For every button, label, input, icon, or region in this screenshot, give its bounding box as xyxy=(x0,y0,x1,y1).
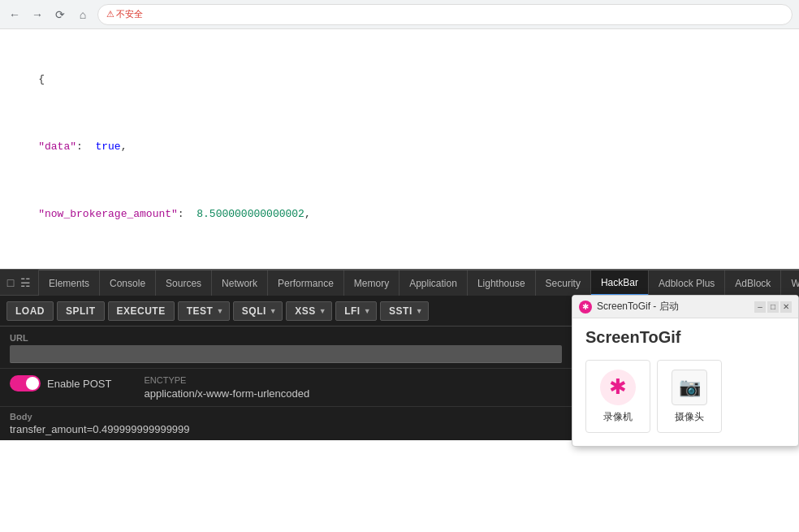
execute-button[interactable]: EXECUTE xyxy=(108,301,175,321)
devtools-side-panel: □ ☵ xyxy=(0,270,39,296)
screentogif-titlebar: ✱ ScreenToGif - 启动 – □ ✕ xyxy=(572,296,798,318)
forward-button[interactable]: → xyxy=(29,6,45,23)
tab-sources[interactable]: Sources xyxy=(156,270,212,296)
webcam-icon: 📷 xyxy=(672,370,707,405)
ssti-dropdown[interactable]: SSTI ▼ xyxy=(380,301,429,321)
test-dropdown-arrow: ▼ xyxy=(216,307,223,315)
lfi-dropdown[interactable]: LFI ▼ xyxy=(335,301,377,321)
screentogif-app-title: ScreenToGif xyxy=(572,318,798,353)
webcam-label: 摄像头 xyxy=(675,410,704,424)
screentogif-window: ✱ ScreenToGif - 启动 – □ ✕ ScreenToGif ✱ 录… xyxy=(572,295,799,447)
insecure-badge: ⚠ 不安全 xyxy=(106,8,143,20)
tab-security[interactable]: Security xyxy=(536,270,591,296)
ssti-dropdown-arrow: ▼ xyxy=(416,307,423,315)
enable-post-label: Enable POST xyxy=(47,378,112,390)
tab-application[interactable]: Application xyxy=(400,270,468,296)
url-input[interactable] xyxy=(10,345,562,363)
json-line-2: "now_brokerage_amount": 8.50000000000000… xyxy=(13,172,786,240)
tab-adblock[interactable]: AdBlock xyxy=(725,270,781,296)
toggle-knob xyxy=(26,377,39,390)
enable-post-area: Enable POST xyxy=(10,375,112,391)
split-button[interactable]: SPLIT xyxy=(57,301,105,321)
reload-button[interactable]: ⟳ xyxy=(52,6,68,23)
lfi-dropdown-arrow: ▼ xyxy=(364,307,371,315)
home-button[interactable]: ⌂ xyxy=(75,6,91,23)
maximize-button[interactable]: □ xyxy=(767,301,779,313)
record-card[interactable]: ✱ 录像机 xyxy=(585,360,650,433)
test-dropdown[interactable]: TEST ▼ xyxy=(178,301,230,321)
inspect-icon[interactable]: □ xyxy=(7,276,14,289)
sqli-dropdown-arrow: ▼ xyxy=(270,307,277,315)
browser-chrome: ← → ⟳ ⌂ ⚠ 不安全 xyxy=(0,0,799,29)
tab-network[interactable]: Network xyxy=(212,270,268,296)
address-bar[interactable]: ⚠ 不安全 xyxy=(97,4,793,25)
webcam-card[interactable]: 📷 摄像头 xyxy=(657,360,722,433)
xss-dropdown-arrow: ▼ xyxy=(319,307,326,315)
tab-lighthouse[interactable]: Lighthouse xyxy=(468,270,536,296)
tab-wa[interactable]: Wa xyxy=(781,270,799,296)
minimize-button[interactable]: – xyxy=(754,301,766,313)
record-icon: ✱ xyxy=(600,370,636,405)
tab-performance[interactable]: Performance xyxy=(268,270,344,296)
close-button[interactable]: ✕ xyxy=(780,301,792,313)
devtools-tabs-bar: Elements Console Sources Network Perform… xyxy=(39,270,799,296)
json-line-0: { xyxy=(13,37,786,105)
record-label: 录像机 xyxy=(603,410,633,424)
enctype-area: enctype application/x-www-form-urlencode… xyxy=(145,375,310,400)
enable-post-toggle[interactable] xyxy=(10,375,41,391)
screentogif-icons-row: ✱ 录像机 📷 摄像头 xyxy=(572,353,798,446)
tab-adblock-plus[interactable]: Adblock Plus xyxy=(649,270,725,296)
json-content-area: { "data": true, "now_brokerage_amount": … xyxy=(0,29,799,269)
window-buttons: – □ ✕ xyxy=(754,301,792,313)
back-button[interactable]: ← xyxy=(6,6,23,23)
json-line-1: "data": true, xyxy=(13,105,786,172)
devtools-panel: □ ☵ Elements Console Sources Network Per… xyxy=(0,269,799,296)
enctype-label: enctype xyxy=(145,375,310,385)
load-button[interactable]: LOAD xyxy=(6,301,54,321)
sqli-dropdown[interactable]: SQLI ▼ xyxy=(233,301,283,321)
tab-console[interactable]: Console xyxy=(100,270,156,296)
tab-elements[interactable]: Elements xyxy=(39,270,100,296)
screentogif-icon: ✱ xyxy=(579,301,592,314)
device-icon[interactable]: ☵ xyxy=(20,276,31,289)
tab-memory[interactable]: Memory xyxy=(344,270,400,296)
enctype-value: application/x-www-form-urlencoded xyxy=(145,387,310,400)
xss-dropdown[interactable]: XSS ▼ xyxy=(286,301,332,321)
json-line-3: "now_amount": 61.5 xyxy=(13,240,786,269)
screentogif-title: ScreenToGif - 启动 xyxy=(597,300,749,314)
tab-hackbar[interactable]: HackBar xyxy=(591,270,649,296)
